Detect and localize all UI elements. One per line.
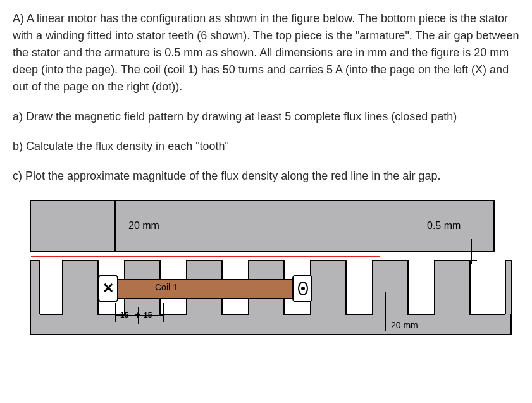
current-in-icon: ✕	[102, 280, 114, 297]
stator-tooth-7	[434, 260, 471, 316]
slot-base-line	[469, 314, 505, 315]
airgap-label: 0.5 mm	[427, 220, 461, 232]
slot-base-line	[283, 314, 311, 315]
figure: Coil 1 ✕ 20 mm 0.5 mm 20 mm 15 + 15	[13, 200, 519, 348]
pitch-plus-icon: +	[135, 309, 140, 321]
question-c: c) Plot the approximate magnitude of the…	[13, 168, 519, 185]
armature-height-label: 20 mm	[128, 220, 159, 232]
slot-base-line	[40, 314, 63, 315]
stator-tooth-5	[310, 260, 347, 316]
stator-tooth-1	[62, 260, 99, 316]
armature	[30, 200, 495, 252]
stator-edge-left	[30, 260, 40, 316]
current-out-dot-icon	[301, 287, 305, 290]
airgap-tick	[466, 260, 477, 261]
stator-base	[30, 314, 512, 335]
armature-dim-line	[114, 201, 116, 251]
slot-base-line	[345, 314, 373, 315]
slot-base-line	[221, 314, 249, 315]
stator-tooth-6	[372, 260, 409, 316]
red-airgap-line	[31, 256, 380, 257]
tooth-dim-line	[385, 292, 386, 331]
coil-body	[111, 279, 300, 299]
question-main: A) A linear motor has the configuration …	[13, 10, 519, 96]
pitch-tick	[115, 303, 116, 322]
slot-base-line	[407, 314, 435, 315]
pitch-tick	[163, 303, 164, 322]
question-a: a) Draw the magnetic field pattern by dr…	[13, 108, 519, 125]
pitch-tooth-label: 15	[144, 311, 152, 319]
stator-edge-right	[505, 260, 512, 316]
coil-label: Coil 1	[155, 282, 178, 292]
question-b: b) Calculate the flux density in each "t…	[13, 138, 519, 155]
tooth-height-label: 20 mm	[391, 320, 418, 330]
pitch-slot-label: 15	[120, 311, 128, 319]
airgap-tick	[466, 251, 477, 252]
